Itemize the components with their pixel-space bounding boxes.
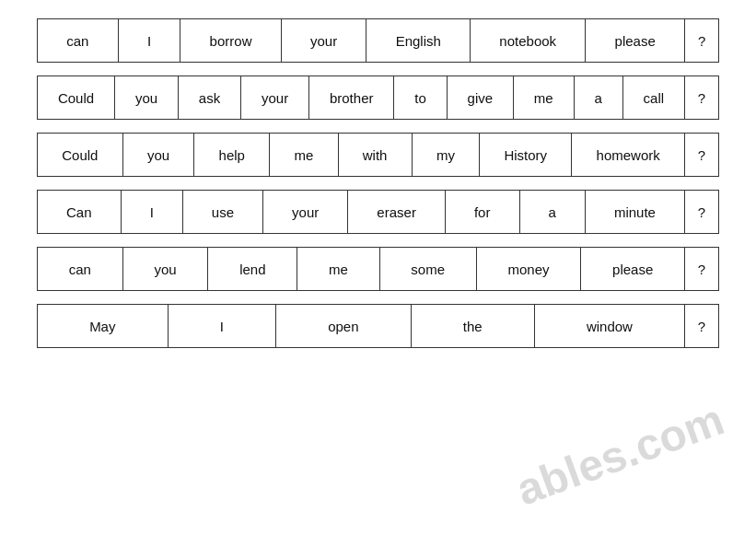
sentence-row-6: MayIopenthewindow? xyxy=(37,304,719,348)
word-cell-s1-w1: can xyxy=(38,19,119,62)
sentence-row-3: CouldyouhelpmewithmyHistoryhomework? xyxy=(37,133,719,177)
word-cell-s1-w5: English xyxy=(366,19,471,62)
sentence-row-2: Couldyouaskyourbrothertogivemeacall? xyxy=(37,76,719,120)
word-cell-s5-w6: money xyxy=(477,248,582,290)
word-cell-s3-w9: ? xyxy=(685,134,718,176)
word-cell-s2-w11: ? xyxy=(685,76,718,119)
word-cell-s5-w8: ? xyxy=(685,248,718,290)
word-cell-s2-w1: Could xyxy=(38,76,115,119)
word-cell-s4-w6: for xyxy=(446,191,520,233)
word-cell-s4-w3: use xyxy=(183,191,263,233)
word-cell-s2-w5: brother xyxy=(309,76,394,119)
page: ables.com canIborrowyourEnglishnotebookp… xyxy=(0,0,756,535)
word-cell-s2-w6: to xyxy=(394,76,447,119)
word-cell-s1-w3: borrow xyxy=(180,19,281,62)
word-cell-s2-w2: you xyxy=(115,76,179,119)
word-cell-s4-w5: eraser xyxy=(348,191,446,233)
word-cell-s2-w3: ask xyxy=(179,76,241,119)
word-cell-s6-w4: the xyxy=(412,305,535,347)
word-cell-s1-w2: I xyxy=(119,19,181,62)
word-cell-s1-w7: please xyxy=(586,19,685,62)
word-cell-s3-w2: you xyxy=(123,134,195,176)
sentence-row-5: canyoulendmesomemoneyplease? xyxy=(37,247,719,291)
sentence-row-4: CanIuseyoureraserforaminute? xyxy=(37,190,719,234)
word-cell-s5-w1: can xyxy=(38,248,123,290)
word-cell-s5-w3: lend xyxy=(208,248,297,290)
word-cell-s3-w1: Could xyxy=(38,134,123,176)
word-cell-s1-w4: your xyxy=(282,19,367,62)
word-cell-s1-w6: notebook xyxy=(471,19,586,62)
word-cell-s6-w2: I xyxy=(169,305,276,347)
word-cell-s2-w7: give xyxy=(448,76,514,119)
word-cell-s4-w4: your xyxy=(263,191,348,233)
word-cell-s4-w2: I xyxy=(122,191,183,233)
word-cell-s3-w3: help xyxy=(194,134,270,176)
word-cell-s5-w2: you xyxy=(123,248,209,290)
watermark: ables.com xyxy=(510,394,730,516)
word-cell-s2-w8: me xyxy=(514,76,575,119)
word-cell-s2-w10: call xyxy=(623,76,685,119)
word-cell-s2-w9: a xyxy=(575,76,623,119)
word-cell-s1-w8: ? xyxy=(685,19,718,62)
word-cell-s5-w4: me xyxy=(297,248,379,290)
word-cell-s6-w3: open xyxy=(276,305,412,347)
word-cell-s5-w7: please xyxy=(581,248,685,290)
word-cell-s3-w8: homework xyxy=(572,134,685,176)
word-cell-s4-w8: minute xyxy=(586,191,685,233)
word-cell-s5-w5: some xyxy=(380,248,477,290)
word-cell-s2-w4: your xyxy=(241,76,309,119)
sentence-row-1: canIborrowyourEnglishnotebookplease? xyxy=(37,18,719,63)
word-cell-s3-w7: History xyxy=(480,134,572,176)
word-cell-s4-w7: a xyxy=(520,191,586,233)
word-cell-s6-w5: window xyxy=(535,305,685,347)
word-cell-s6-w1: May xyxy=(38,305,169,347)
sentences-container: canIborrowyourEnglishnotebookplease?Coul… xyxy=(37,18,719,348)
word-cell-s3-w6: my xyxy=(413,134,480,176)
word-cell-s3-w4: me xyxy=(270,134,338,176)
word-cell-s4-w1: Can xyxy=(38,191,122,233)
word-cell-s4-w9: ? xyxy=(685,191,718,233)
word-cell-s6-w6: ? xyxy=(685,305,718,347)
word-cell-s3-w5: with xyxy=(339,134,413,176)
